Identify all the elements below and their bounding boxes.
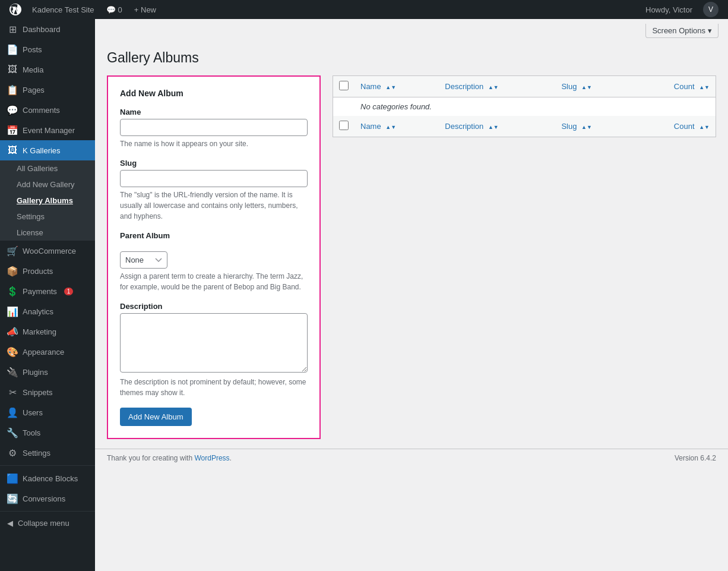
payments-badge: 1 [64,288,74,295]
slug-footer-header[interactable]: Slug ▲▼ [555,116,631,137]
no-categories-message: No categories found. [354,97,716,116]
user-avatar[interactable]: V [703,2,718,17]
sidebar-item-event-manager[interactable]: 📅 Event Manager [0,120,95,140]
description-label: Description [120,302,308,311]
pages-icon: 📋 [7,84,18,95]
add-album-form: Add New Album Name The name is how it ap… [107,75,321,439]
kadence-blocks-icon: 🟦 [7,473,18,484]
admin-bar: Kadence Test Site 💬 0 + New Howdy, Victo… [0,0,728,19]
sidebar-item-k-galleries[interactable]: 🖼 K Galleries [0,140,95,160]
woocommerce-icon: 🛒 [7,245,18,256]
no-items-row: No categories found. [333,97,716,116]
albums-table: Name ▲▼ Description ▲▼ Slug ▲▼ [333,75,716,137]
footer-thanks: Thank you for creating with WordPress. [107,454,232,462]
add-new-album-button[interactable]: Add New Album [120,408,192,426]
count-footer-header[interactable]: Count ▲▼ [631,116,716,137]
check-all-checkbox[interactable] [339,81,349,90]
slug-sort-arrows: ▲▼ [581,85,592,90]
sidebar-item-kadence-blocks[interactable]: 🟦 Kadence Blocks [0,468,95,488]
sidebar-item-analytics[interactable]: 📊 Analytics [0,301,95,321]
settings-icon: ⚙ [7,447,18,458]
slug-column-header[interactable]: Slug ▲▼ [555,76,631,97]
desc-sort-arrows: ▲▼ [488,85,499,90]
adminbar-right: Howdy, Victor V [640,2,723,17]
count-sort-arrows: ▲▼ [699,85,710,90]
name-footer-header[interactable]: Name ▲▼ [354,116,439,137]
sidebar-item-tools[interactable]: 🔧 Tools [0,422,95,443]
k-galleries-submenu: All Galleries Add New Gallery Gallery Al… [0,160,95,241]
version-text: Version 6.4.2 [675,454,716,462]
check-all-footer-checkbox[interactable] [339,121,349,130]
media-icon: 🖼 [7,64,18,75]
parent-group: Parent Album None Assign a parent term t… [120,231,308,292]
parent-select[interactable]: None [120,251,167,269]
appearance-icon: 🎨 [7,346,18,357]
screen-options-bar: Screen Options ▾ [95,19,728,40]
count-column-header[interactable]: Count ▲▼ [631,76,716,97]
sidebar-item-pages[interactable]: 📋 Pages [0,80,95,100]
slug-footer-sort-arrows: ▲▼ [581,125,592,130]
parent-label: Parent Album [120,231,308,240]
site-name[interactable]: Kadence Test Site [26,5,100,14]
gallery-layout: Add New Album Name The name is how it ap… [107,75,716,439]
sidebar-item-woocommerce[interactable]: 🛒 WooCommerce [0,241,95,261]
sidebar-item-comments[interactable]: 💬 Comments [0,100,95,120]
table-header-row: Name ▲▼ Description ▲▼ Slug ▲▼ [333,76,716,97]
new-content-link[interactable]: + New [128,5,162,14]
plugins-icon: 🔌 [7,367,18,377]
description-column-header[interactable]: Description ▲▼ [439,76,555,97]
sidebar-item-settings[interactable]: ⚙ Settings [0,443,95,463]
sidebar-item-plugins[interactable]: 🔌 Plugins [0,362,95,382]
name-sort-arrows: ▲▼ [385,85,396,90]
sidebar-item-users[interactable]: 👤 Users [0,402,95,422]
sidebar-item-snippets[interactable]: ✂ Snippets [0,382,95,402]
name-column-header[interactable]: Name ▲▼ [354,76,439,97]
sidebar-item-appearance[interactable]: 🎨 Appearance [0,342,95,362]
name-group: Name The name is how it appears on your … [120,108,308,149]
wordpress-link[interactable]: WordPress [194,454,229,462]
bottom-divider [0,511,95,512]
description-footer-header[interactable]: Description ▲▼ [439,116,555,137]
sidebar-item-dashboard[interactable]: ⊞ Dashboard [0,19,95,39]
users-icon: 👤 [7,407,18,418]
dashboard-icon: ⊞ [7,24,18,34]
howdy-text: Howdy, Victor [640,5,698,14]
name-label: Name [120,108,308,116]
snippets-icon: ✂ [7,387,18,398]
sidebar-item-conversions[interactable]: 🔄 Conversions [0,488,95,509]
description-hint: The description is not prominent by defa… [120,377,308,398]
submenu-add-new-gallery[interactable]: Add New Gallery [0,176,95,193]
check-all-header [333,76,355,97]
sidebar-item-media[interactable]: 🖼 Media [0,59,95,80]
name-input[interactable] [120,119,308,136]
description-group: Description The description is not promi… [120,302,308,398]
conversions-icon: 🔄 [7,493,18,504]
description-textarea[interactable] [120,313,308,373]
submenu-all-galleries[interactable]: All Galleries [0,160,95,176]
submenu-settings[interactable]: Settings [0,209,95,225]
slug-input[interactable] [120,170,308,187]
page-wrap: Gallery Albums Add New Album Name The na… [95,40,728,449]
screen-options-button[interactable]: Screen Options ▾ [645,24,718,38]
sidebar-item-payments[interactable]: 💲 Payments 1 [0,281,95,301]
sidebar-item-posts[interactable]: 📄 Posts [0,39,95,59]
comment-icon: 💬 [106,5,116,14]
slug-hint: The "slug" is the URL-friendly version o… [120,190,308,222]
k-galleries-icon: 🖼 [7,145,18,156]
parent-hint: Assign a parent term to create a hierarc… [120,271,308,292]
wp-footer: Thank you for creating with WordPress. V… [95,449,728,467]
menu-divider [0,465,95,466]
posts-icon: 📄 [7,44,18,55]
submenu-gallery-albums[interactable]: Gallery Albums [0,193,95,209]
slug-label: Slug [120,159,308,168]
sidebar-item-products[interactable]: 📦 Products [0,261,95,281]
comments-link[interactable]: 💬 0 [100,5,128,14]
submenu-license[interactable]: License [0,225,95,241]
desc-footer-sort-arrows: ▲▼ [488,125,499,130]
collapse-menu[interactable]: ◀ Collapse menu [0,514,95,532]
sidebar-item-marketing[interactable]: 📣 Marketing [0,321,95,342]
wp-logo[interactable] [5,4,26,15]
comments-icon: 💬 [7,105,18,115]
marketing-icon: 📣 [7,326,18,337]
collapse-icon: ◀ [7,519,13,528]
